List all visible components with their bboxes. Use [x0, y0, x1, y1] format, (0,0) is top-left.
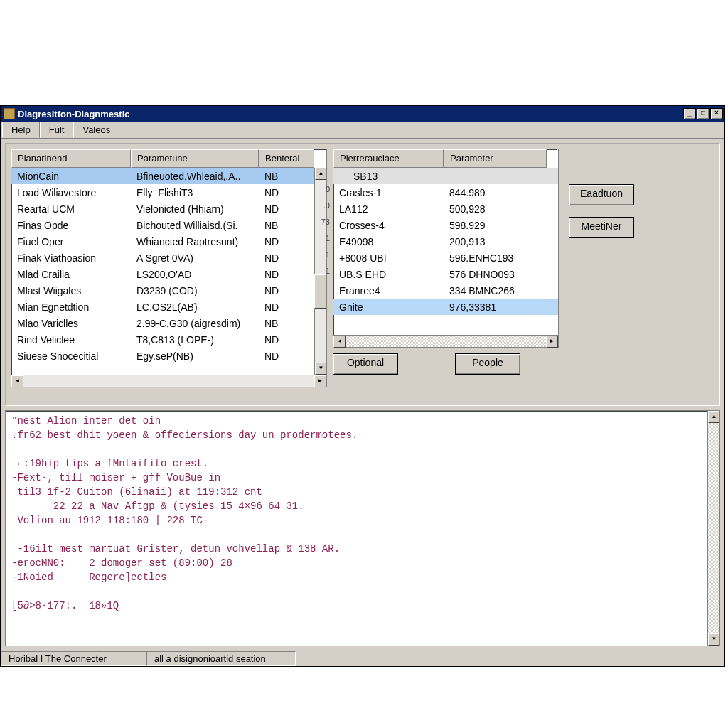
table-row[interactable]: Mian EgnetdtionLC.OS2L(AB)ND — [11, 299, 326, 315]
window-title: Diagresitfon-Diagnmestic — [18, 109, 682, 119]
table-row[interactable]: LA112500,928 — [333, 200, 558, 217]
table-row[interactable]: Gnite976,33381 — [333, 299, 558, 315]
table-cell: Mlast Wiigales — [11, 284, 131, 298]
table-row[interactable]: +8008 UBI596.ENHC193 — [333, 250, 558, 266]
scroll-track[interactable] — [708, 423, 719, 633]
table-cell: MionCain — [11, 169, 131, 183]
table-cell: NB — [259, 218, 301, 232]
table-row[interactable]: Crasles-1844.989 — [333, 184, 558, 200]
table-row[interactable]: Finas OpdeBichouted Williaisd.(Si.NB — [11, 217, 326, 233]
table-row[interactable]: Reartal UCMVielonicted (Hhiarn)ND — [11, 200, 326, 217]
table-cell: 334 BMNC266 — [444, 284, 547, 298]
table-cell: 596.ENHC193 — [444, 251, 547, 265]
left-col-2-header[interactable]: Benteral — [259, 149, 314, 168]
table-row[interactable]: Siuese SnocecitialEgy.seP(NB)ND — [11, 348, 326, 364]
status-cell-2: all a disignonioartid seation — [146, 651, 296, 666]
log-vscroll[interactable]: ▲ ▼ — [707, 411, 719, 646]
table-cell: 200,913 — [444, 235, 547, 249]
left-hscroll[interactable]: ◄ ► — [11, 375, 326, 387]
table-row[interactable]: Fiuel OperWhiancted Raptresunt)ND — [11, 233, 326, 250]
row-number: 1 — [311, 232, 331, 249]
table-cell: Crosses-4 — [333, 218, 444, 232]
table-cell: +8008 UBI — [333, 251, 444, 265]
table-row[interactable]: Eranree4334 BMNC266 — [333, 282, 558, 299]
table-row[interactable]: Mlao Variclles2.99-C,G30 (aigresdim)NB — [11, 315, 326, 331]
eaadtuon-button[interactable]: Eaadtuon — [569, 184, 634, 205]
left-parameter-table[interactable]: Planarinend Parametune Benteral MionCain… — [11, 149, 327, 387]
table-row[interactable]: Mlad CrailiaLS200,O'ADND — [11, 266, 326, 282]
table-cell: LA112 — [333, 202, 444, 216]
parameter-panel: Planarinend Parametune Benteral MionCain… — [5, 143, 720, 406]
close-button[interactable]: × — [710, 108, 723, 119]
scroll-left-icon[interactable]: ◄ — [11, 375, 23, 387]
table-cell: Gnite — [333, 300, 444, 314]
log-text[interactable]: °nest Alion inter det oin .fr62 best dhi… — [6, 411, 719, 616]
table-row[interactable]: Mlast WiigalesD3239 (COD)ND — [11, 282, 326, 299]
table-cell: Bfineuoted,Whleaid,.A.. — [131, 169, 259, 183]
table-cell: LS200,O'AD — [131, 267, 259, 282]
scroll-right-icon[interactable]: ► — [314, 375, 326, 387]
table-row[interactable]: UB.S EHD576 DHNO093 — [333, 266, 558, 282]
minimize-button[interactable]: _ — [683, 108, 696, 119]
right-table-body[interactable]: SB13 Crasles-1844.989LA112500,928Crosses… — [333, 168, 558, 335]
table-cell: Mian Egnetdtion — [11, 300, 131, 314]
table-cell: NB — [259, 316, 301, 331]
title-bar[interactable]: Diagresitfon-Diagnmestic _ □ × — [1, 106, 724, 122]
table-cell: Elly_FlishiT3 — [131, 186, 259, 200]
table-cell: Rind Veliclee — [11, 333, 131, 347]
menu-fult[interactable]: Fult — [40, 122, 74, 138]
table-row[interactable]: Rind VelicleeT8,C813 (LOPE-)ND — [11, 331, 326, 348]
table-cell: E49098 — [333, 235, 444, 249]
table-cell: ND — [259, 186, 301, 200]
menu-bar: Help Fult Valeos — [1, 122, 724, 139]
table-row[interactable]: Crosses-4598.929 — [333, 217, 558, 233]
maximize-button[interactable]: □ — [697, 108, 710, 119]
table-cell: Load Wiliavestore — [11, 186, 131, 200]
right-hscroll[interactable]: ◄ ► — [333, 335, 558, 347]
scroll-track[interactable] — [23, 375, 314, 387]
right-subheader-row: SB13 — [333, 168, 558, 184]
table-cell: 844.989 — [444, 186, 547, 200]
row-number: .0 — [311, 200, 331, 216]
table-cell: Siuese Snocecitial — [11, 349, 131, 363]
table-row[interactable]: MionCainBfineuoted,Whleaid,.A..NB — [11, 168, 326, 184]
table-row[interactable]: Finak ViathoasionA Sgret 0VA)ND — [11, 250, 326, 266]
row-number-gutter: 0.073111 — [311, 167, 331, 298]
table-cell: Crasles-1 — [333, 186, 444, 200]
people-button[interactable]: People — [455, 353, 520, 375]
left-col-1-header[interactable]: Parametune — [131, 149, 259, 168]
meetiner-button[interactable]: MeetiNer — [569, 217, 634, 238]
table-cell: NB — [259, 169, 301, 183]
diagnostic-window: Diagresitfon-Diagnmestic _ □ × Help Fult… — [0, 105, 725, 667]
log-panel: °nest Alion inter det oin .fr62 best dhi… — [5, 410, 720, 646]
table-row[interactable]: Load WiliavestoreElly_FlishiT3ND — [11, 184, 326, 200]
left-table-body[interactable]: MionCainBfineuoted,Whleaid,.A..NBLoad Wi… — [11, 168, 326, 375]
scroll-down-icon[interactable]: ▼ — [708, 633, 720, 646]
scroll-down-icon[interactable]: ▼ — [315, 363, 326, 375]
table-row[interactable]: E49098200,913 — [333, 233, 558, 250]
table-cell: T8,C813 (LOPE-) — [131, 333, 259, 347]
table-cell: 976,33381 — [444, 300, 547, 314]
row-number: 73 — [311, 216, 331, 232]
row-number: 1 — [311, 249, 331, 265]
row-number — [311, 167, 331, 183]
optional-button[interactable]: Optional — [333, 353, 398, 375]
right-parameter-table[interactable]: Plerrerauclace Parameter SB13 Crasles-18… — [333, 149, 559, 348]
row-number: 1 — [311, 265, 331, 282]
scroll-left-icon[interactable]: ◄ — [333, 336, 346, 348]
scroll-track[interactable] — [346, 336, 546, 347]
menu-valeos[interactable]: Valeos — [73, 122, 119, 138]
table-cell: Finas Opde — [11, 218, 131, 232]
right-col-0-header[interactable]: Plerrerauclace — [333, 149, 444, 168]
menu-help[interactable]: Help — [2, 122, 40, 138]
app-icon — [4, 108, 15, 119]
table-cell: ND — [259, 284, 301, 298]
scroll-right-icon[interactable]: ► — [546, 336, 558, 348]
right-col-1-header[interactable]: Parameter — [444, 149, 547, 168]
status-bar: Horibal I The Connecter all a disignonio… — [1, 651, 724, 666]
scroll-up-icon[interactable]: ▲ — [708, 411, 720, 423]
row-number: 0 — [311, 183, 331, 200]
left-col-0-header[interactable]: Planarinend — [11, 149, 131, 168]
table-cell: D3239 (COD) — [131, 284, 259, 298]
table-cell: Finak Viathoasion — [11, 251, 131, 265]
